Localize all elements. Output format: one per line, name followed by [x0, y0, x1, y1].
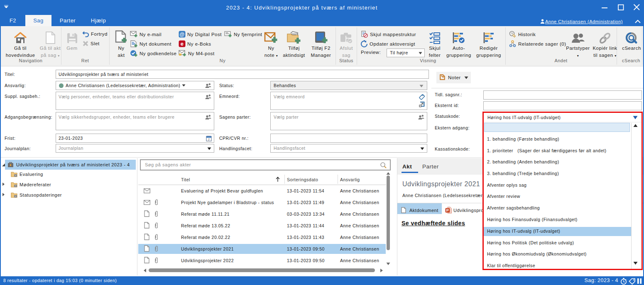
svg-text:@: @ [179, 32, 185, 37]
svg-text:P: P [446, 208, 449, 212]
svg-text:7: 7 [208, 138, 210, 141]
svg-text:e: e [181, 41, 184, 47]
